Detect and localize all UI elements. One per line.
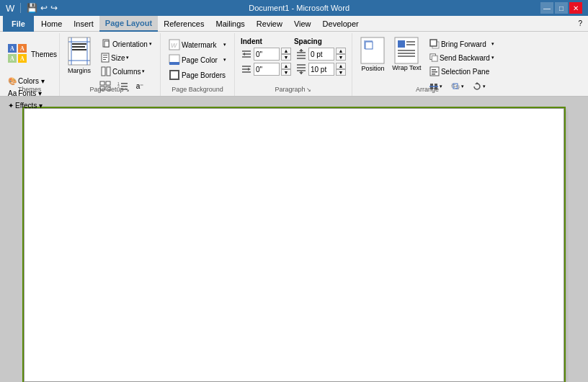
- svg-rect-22: [102, 67, 105, 76]
- ribbon: A A A A Themes 🎨 Colors ▾ Aa Fonts ▾: [0, 32, 588, 97]
- window-controls: — □ ✕: [540, 2, 582, 14]
- spacing-after-up[interactable]: ▲: [336, 63, 346, 69]
- effects-label: Effects ▾: [15, 102, 43, 110]
- themes-label: Themes: [31, 50, 57, 59]
- page-borders-button[interactable]: Page Borders: [165, 68, 230, 82]
- send-backward-arrow: ▾: [491, 55, 494, 61]
- bring-forward-button[interactable]: Bring Forward ▾: [426, 37, 498, 50]
- indent-right-input[interactable]: 0": [254, 63, 280, 76]
- spacing-before-input[interactable]: 0 pt: [308, 48, 334, 61]
- indent-right-down[interactable]: ▼: [281, 69, 291, 76]
- orientation-button[interactable]: Orientation ▾: [97, 37, 156, 50]
- developer-menu-item[interactable]: Developer: [317, 16, 365, 32]
- margins-icon: [66, 36, 93, 68]
- menu-bar: File Home Insert Page Layout References …: [0, 16, 588, 32]
- effects-button[interactable]: ✦ Effects ▾: [4, 99, 55, 111]
- title-bar: W 💾 ↩ ↪ Document1 - Microsoft Word — □ ✕: [0, 0, 588, 16]
- themes-group-label[interactable]: Themes: [0, 86, 59, 93]
- svg-rect-58: [365, 42, 373, 49]
- svg-text:A: A: [20, 45, 24, 52]
- maximize-button[interactable]: □: [555, 2, 568, 14]
- indent-right-up[interactable]: ▲: [281, 63, 291, 69]
- spacing-before-up[interactable]: ▲: [336, 48, 346, 54]
- columns-label: Columns: [112, 68, 141, 76]
- page-background-group: W Watermark ▾ Page Color ▾ Page Borders: [161, 33, 235, 96]
- svg-rect-36: [169, 62, 179, 65]
- minimize-button[interactable]: —: [540, 2, 553, 14]
- svg-rect-72: [432, 71, 437, 73]
- mailings-menu-item[interactable]: Mailings: [210, 16, 250, 32]
- svg-rect-19: [103, 55, 107, 55]
- watermark-button[interactable]: W Watermark ▾: [165, 37, 230, 52]
- svg-marker-55: [299, 72, 303, 74]
- selection-pane-button[interactable]: Selection Pane: [426, 65, 498, 78]
- references-menu-item[interactable]: References: [158, 16, 210, 32]
- page-setup-expand-icon: ↘: [125, 86, 130, 93]
- position-label: Position: [361, 65, 384, 72]
- svg-rect-14: [72, 46, 85, 48]
- title-bar-left: W 💾 ↩ ↪: [6, 3, 58, 14]
- wrap-text-icon: [393, 36, 419, 65]
- effects-icon: ✦: [8, 102, 14, 110]
- svg-text:A: A: [10, 45, 14, 52]
- home-menu-item[interactable]: Home: [35, 16, 68, 32]
- svg-rect-23: [107, 67, 110, 76]
- svg-rect-71: [432, 69, 436, 71]
- orientation-arrow: ▾: [149, 41, 152, 47]
- page-layout-menu-item[interactable]: Page Layout: [99, 16, 158, 32]
- spacing-after-input[interactable]: 10 pt: [308, 63, 334, 76]
- position-icon: [360, 36, 386, 65]
- margins-button[interactable]: Margins: [64, 36, 94, 75]
- svg-marker-50: [248, 68, 251, 71]
- wrap-text-button[interactable]: Wrap Text: [391, 36, 423, 72]
- spacing-before-down[interactable]: ▼: [336, 54, 346, 61]
- watermark-icon: W: [169, 39, 180, 50]
- spacing-after-down[interactable]: ▼: [336, 69, 346, 76]
- themes-button[interactable]: A A A A Themes: [4, 36, 55, 74]
- quick-access-redo[interactable]: ↪: [50, 3, 58, 13]
- svg-marker-80: [475, 82, 479, 84]
- help-icon[interactable]: ?: [575, 19, 585, 27]
- bring-forward-label: Bring Forward: [441, 40, 486, 48]
- quick-access-undo[interactable]: ↩: [40, 3, 48, 13]
- selection-pane-label: Selection Pane: [441, 68, 489, 76]
- indent-right-spinner[interactable]: ▲ ▼: [281, 63, 291, 76]
- indent-left-down[interactable]: ▼: [281, 54, 291, 61]
- page-color-label: Page Color: [182, 56, 218, 64]
- svg-marker-46: [299, 49, 303, 51]
- svg-text:A: A: [10, 55, 14, 62]
- view-menu-item[interactable]: View: [288, 16, 317, 32]
- svg-rect-17: [104, 41, 109, 47]
- columns-arrow: ▾: [142, 68, 145, 74]
- themes-icon: A A A A: [6, 43, 28, 68]
- indent-left-input[interactable]: 0": [254, 48, 280, 61]
- insert-menu-item[interactable]: Insert: [68, 16, 99, 32]
- wrap-text-label: Wrap Text: [392, 65, 421, 72]
- page-color-button[interactable]: Page Color ▾: [165, 53, 230, 67]
- spacing-before-spinner[interactable]: ▲ ▼: [336, 48, 346, 61]
- columns-button[interactable]: Columns ▾: [97, 65, 156, 78]
- colors-button[interactable]: 🎨 Colors ▾: [4, 75, 55, 86]
- document-area: [0, 97, 588, 382]
- indent-left-up[interactable]: ▲: [281, 48, 291, 54]
- size-arrow: ▾: [126, 55, 129, 61]
- svg-marker-41: [242, 53, 245, 55]
- file-menu-button[interactable]: File: [3, 16, 34, 32]
- position-button[interactable]: Position: [357, 36, 389, 72]
- size-button[interactable]: Size ▾: [97, 51, 156, 64]
- svg-rect-24: [100, 81, 104, 85]
- quick-access-save[interactable]: 💾: [27, 3, 37, 13]
- size-icon: [101, 53, 110, 63]
- review-menu-item[interactable]: Review: [251, 16, 288, 32]
- indent-left-spinner[interactable]: ▲ ▼: [281, 48, 291, 61]
- close-button[interactable]: ✕: [569, 2, 582, 14]
- selection-pane-icon: [429, 66, 440, 76]
- send-backward-button[interactable]: Send Backward ▾: [426, 51, 498, 64]
- paragraph-group-label[interactable]: Paragraph ↘: [235, 86, 352, 93]
- page-setup-group-label[interactable]: Page Setup ↘: [60, 86, 160, 93]
- bring-forward-icon: [429, 39, 440, 49]
- spacing-after-spinner[interactable]: ▲ ▼: [336, 63, 346, 76]
- send-backward-label: Send Backward: [440, 54, 490, 62]
- document-page[interactable]: [24, 108, 564, 382]
- svg-rect-21: [103, 59, 106, 60]
